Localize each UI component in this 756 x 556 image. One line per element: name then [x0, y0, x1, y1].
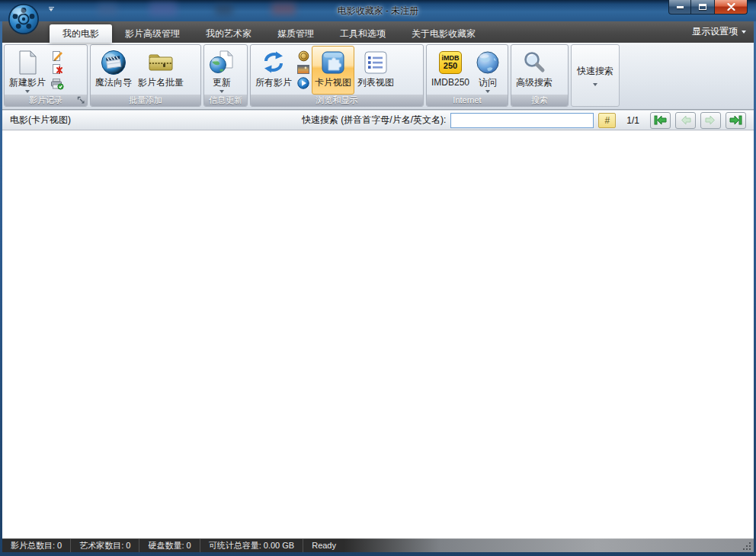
first-page-button[interactable]: [650, 112, 671, 129]
dialog-launcher-icon[interactable]: [77, 96, 85, 104]
imdb-badge-line2: 250: [444, 62, 457, 70]
quick-search-button[interactable]: 快速搜索: [571, 44, 620, 107]
update-button[interactable]: 更新: [206, 46, 238, 95]
delete-movie-button[interactable]: [50, 63, 65, 76]
visit-label: 访问: [479, 77, 497, 88]
status-movies-total: 影片总数目: 0: [2, 538, 71, 552]
first-arrow-icon: [654, 115, 667, 125]
imdb-badge: iMDB 250: [439, 51, 462, 74]
advanced-search-button[interactable]: 高级搜索: [513, 46, 556, 95]
group-view-content: 所有影片: [251, 45, 423, 95]
hash-filter-button[interactable]: #: [598, 113, 616, 128]
group-update-label: 信息更新: [209, 95, 242, 104]
previous-page-button[interactable]: [675, 112, 696, 129]
group-batch-content: 魔法向导 影片名批量: [91, 45, 200, 95]
printer-check-icon: [50, 77, 64, 90]
tab-tools-options[interactable]: 工具和选项: [327, 24, 399, 43]
batch-movie-names-label: 影片名批量: [138, 77, 184, 88]
visit-button[interactable]: 访问: [472, 46, 503, 95]
magnifier-icon: [522, 48, 546, 77]
minimize-button[interactable]: [668, 0, 691, 14]
new-movie-button[interactable]: 新建影片: [6, 46, 49, 95]
titlebar: 电影收藏家 - 未注册: [0, 0, 756, 21]
last-page-button[interactable]: [726, 112, 746, 129]
batch-movie-names-button[interactable]: 影片名批量: [135, 46, 187, 95]
tab-about[interactable]: 关于电影收藏家: [399, 24, 489, 43]
tab-my-movies[interactable]: 我的电影: [50, 24, 112, 43]
advanced-search-label: 高级搜索: [516, 77, 553, 88]
edit-movie-button[interactable]: [50, 49, 65, 63]
last-arrow-icon: [729, 115, 742, 125]
group-records-content: 新建影片: [5, 45, 87, 95]
globe-document-icon: [209, 48, 235, 77]
all-movies-button[interactable]: 所有影片: [252, 46, 295, 95]
statusbar: 影片总数目: 0 艺术家数目: 0 硬盘数量: 0 可统计总容量: 0.00 G…: [2, 538, 754, 552]
ribbon-group-records: 新建影片: [4, 44, 88, 107]
group-internet-labelbar: Internet: [427, 95, 508, 106]
next-arrow-icon: [705, 115, 716, 125]
card-view-button[interactable]: 卡片视图: [312, 46, 354, 95]
magic-wizard-button[interactable]: 魔法向导: [92, 46, 135, 95]
minimize-icon: [677, 6, 684, 8]
prev-arrow-icon: [680, 115, 691, 125]
imdb-250-badge-icon: iMDB 250: [439, 48, 462, 77]
chevron-down-icon: [742, 31, 746, 34]
list-tile-icon: [364, 48, 388, 77]
chevron-down-icon: [485, 90, 490, 93]
imdb250-button[interactable]: iMDB 250 IMDB250: [428, 46, 472, 95]
film-reel-icon: [8, 3, 40, 35]
delete-document-icon: [51, 63, 64, 76]
ribbon-tabstrip: 我的电影 影片高级管理 我的艺术家 媒质管理 工具和选项 关于电影收藏家 显示设…: [2, 21, 754, 43]
quick-search-button-label: 快速搜索: [577, 65, 613, 78]
group-internet-label: Internet: [453, 95, 481, 104]
imdb250-label: IMDB250: [431, 77, 469, 88]
play-button[interactable]: [296, 76, 311, 90]
group-search-label: 搜索: [531, 95, 548, 104]
next-page-button[interactable]: [700, 112, 721, 129]
list-view-label: 列表视图: [357, 77, 394, 88]
content-area[interactable]: [2, 130, 754, 538]
group-view-label: 浏览和显示: [316, 95, 358, 104]
ribbon-group-update: 更新 信息更新: [203, 44, 248, 107]
ribbon-group-batch-add: 魔法向导 影片名批量 批量添加: [90, 44, 201, 107]
status-capacity-total: 可统计总容量: 0.00 GB: [200, 538, 303, 552]
group-batch-labelbar: 批量添加: [91, 95, 200, 106]
resize-grip[interactable]: [749, 548, 751, 550]
awards-button[interactable]: [296, 49, 311, 63]
ribbon-group-internet: iMDB 250 IMDB250: [426, 44, 508, 107]
poster-view-button[interactable]: [296, 63, 311, 76]
update-label: 更新: [213, 77, 231, 88]
view-toolbar: 电影(卡片视图) 快速搜索 (拼音首字母/片名/英文名): # 1/1: [2, 110, 754, 130]
export-movie-button[interactable]: [50, 76, 65, 90]
card-view-label: 卡片视图: [315, 77, 351, 88]
gold-medal-icon: [298, 50, 309, 62]
puzzle-tile-icon: [321, 48, 345, 77]
display-settings-button[interactable]: 显示设置项: [692, 25, 746, 38]
tab-media-management[interactable]: 媒质管理: [264, 24, 327, 43]
magic-wizard-label: 魔法向导: [95, 77, 132, 88]
status-disks-total: 硬盘数量: 0: [139, 538, 200, 552]
page-indicator: 1/1: [626, 115, 639, 126]
clapperboard-circle-icon: [101, 48, 127, 77]
app-menu-button[interactable]: [8, 3, 40, 35]
window-controls: [668, 0, 748, 14]
ribbon-group-search: 高级搜索 搜索: [511, 44, 569, 107]
tab-my-artists[interactable]: 我的艺术家: [193, 24, 264, 43]
app-window: 电影收藏家 - 未注册 我的电影 影片高级管理 我的艺术家 媒质管理 工具和选项…: [0, 0, 756, 556]
maximize-button[interactable]: [691, 0, 714, 14]
group-search-labelbar: 搜索: [511, 95, 568, 106]
tab-advanced-movie-management[interactable]: 影片高级管理: [112, 24, 193, 43]
ribbon-group-view: 所有影片: [250, 44, 424, 107]
close-icon: [727, 3, 735, 11]
status-artists-total: 艺术家数目: 0: [71, 538, 139, 552]
window-title: 电影收藏家 - 未注册: [0, 5, 756, 18]
new-document-icon: [17, 48, 38, 77]
chevron-down-icon: [593, 83, 597, 86]
records-small-buttons: [49, 46, 66, 95]
group-records-label: 影片记录: [29, 95, 62, 104]
close-button[interactable]: [714, 0, 748, 14]
quick-search-input[interactable]: [450, 113, 594, 128]
current-view-label: 电影(卡片视图): [10, 114, 71, 127]
list-view-button[interactable]: 列表视图: [354, 46, 397, 95]
refresh-arrows-icon: [261, 48, 287, 77]
